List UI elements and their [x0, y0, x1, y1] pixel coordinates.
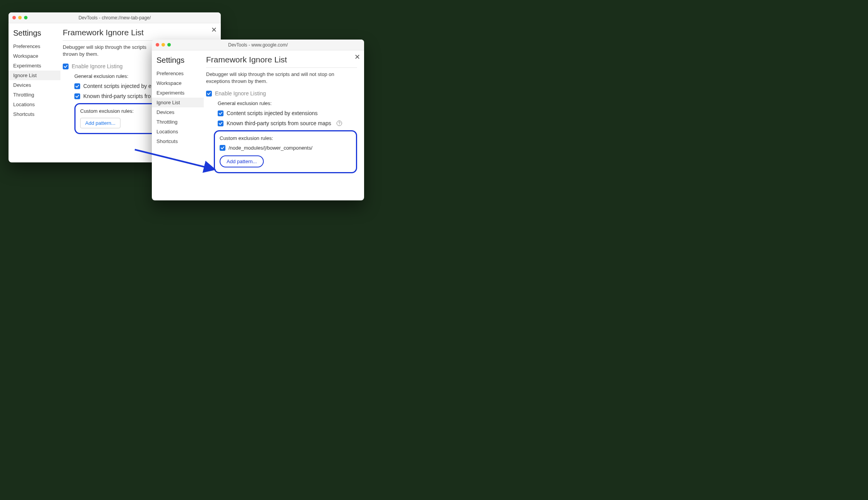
- sidebar-item-preferences[interactable]: Preferences: [9, 41, 60, 51]
- close-icon[interactable]: ✕: [211, 26, 217, 33]
- close-icon[interactable]: ✕: [354, 53, 360, 60]
- window-title-a: DevTools - chrome://new-tab-page/: [9, 15, 221, 21]
- settings-heading: Settings: [9, 27, 60, 41]
- sidebar-item-locations[interactable]: Locations: [152, 127, 204, 136]
- custom-rules-title: Custom exclusion rules:: [220, 135, 351, 141]
- general-rules-title: General exclusion rules:: [218, 100, 357, 106]
- sidebar-item-throttling[interactable]: Throttling: [9, 90, 60, 100]
- sidebar-item-devices[interactable]: Devices: [9, 80, 60, 90]
- sidebar-item-locations[interactable]: Locations: [9, 100, 60, 109]
- settings-heading: Settings: [152, 54, 204, 69]
- sidebar-item-preferences[interactable]: Preferences: [152, 69, 204, 78]
- main-panel-b: Framework Ignore List Debugger will skip…: [204, 50, 364, 200]
- checkbox-icon[interactable]: [74, 93, 80, 99]
- checkbox-icon[interactable]: [206, 91, 212, 97]
- rule-third-party[interactable]: Known third-party scripts from source ma…: [218, 120, 357, 126]
- checkbox-icon[interactable]: [218, 121, 223, 126]
- sidebar-b: Settings Preferences Workspace Experimen…: [152, 50, 204, 200]
- sidebar-item-devices[interactable]: Devices: [152, 107, 204, 117]
- page-description: Debugger will skip through the scripts a…: [206, 71, 357, 85]
- help-icon[interactable]: ?: [337, 121, 342, 126]
- page-title: Framework Ignore List: [63, 28, 214, 41]
- sidebar-item-workspace[interactable]: Workspace: [9, 51, 60, 61]
- traffic-lights: [12, 16, 28, 19]
- devtools-window-b: DevTools - www.google.com/ ✕ Settings Pr…: [152, 40, 364, 200]
- enable-label: Enable Ignore Listing: [72, 63, 123, 69]
- sidebar-item-experiments[interactable]: Experiments: [152, 88, 204, 98]
- sidebar-item-experiments[interactable]: Experiments: [9, 61, 60, 71]
- add-pattern-button[interactable]: Add pattern...: [80, 118, 120, 128]
- checkbox-icon[interactable]: [74, 83, 80, 89]
- sidebar-item-ignore-list[interactable]: Ignore List: [9, 71, 60, 80]
- minimize-traffic-icon[interactable]: [18, 16, 22, 19]
- custom-rules-highlight-b: Custom exclusion rules: /node_modules/|/…: [214, 130, 357, 173]
- custom-pattern-row[interactable]: /node_modules/|/bower_components/: [220, 145, 351, 151]
- sidebar-item-ignore-list[interactable]: Ignore List: [152, 98, 204, 107]
- zoom-traffic-icon[interactable]: [167, 43, 171, 47]
- window-title-b: DevTools - www.google.com/: [152, 42, 364, 48]
- sidebar-a: Settings Preferences Workspace Experimen…: [9, 23, 60, 162]
- titlebar-b[interactable]: DevTools - www.google.com/: [152, 40, 364, 50]
- sidebar-item-shortcuts[interactable]: Shortcuts: [152, 136, 204, 146]
- checkbox-icon[interactable]: [218, 110, 223, 116]
- rule-content-scripts[interactable]: Content scripts injected by extensions: [218, 110, 357, 116]
- enable-label: Enable Ignore Listing: [215, 90, 266, 97]
- custom-pattern-text: /node_modules/|/bower_components/: [229, 145, 313, 151]
- traffic-lights: [156, 43, 171, 47]
- minimize-traffic-icon[interactable]: [162, 43, 165, 47]
- enable-ignore-listing-row[interactable]: Enable Ignore Listing: [206, 90, 357, 97]
- add-pattern-button[interactable]: Add pattern...: [220, 155, 264, 167]
- titlebar-a[interactable]: DevTools - chrome://new-tab-page/: [9, 12, 221, 23]
- sidebar-item-shortcuts[interactable]: Shortcuts: [9, 109, 60, 119]
- checkbox-icon[interactable]: [220, 145, 225, 151]
- close-traffic-icon[interactable]: [156, 43, 159, 47]
- page-title: Framework Ignore List: [206, 55, 357, 68]
- sidebar-item-throttling[interactable]: Throttling: [152, 117, 204, 127]
- sidebar-item-workspace[interactable]: Workspace: [152, 78, 204, 88]
- zoom-traffic-icon[interactable]: [24, 16, 28, 19]
- close-traffic-icon[interactable]: [12, 16, 16, 19]
- checkbox-icon[interactable]: [63, 64, 69, 69]
